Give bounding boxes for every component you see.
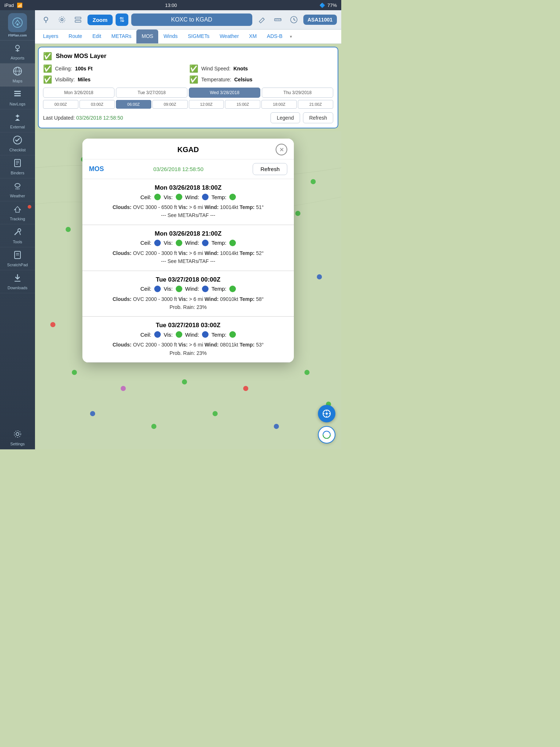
blue-dot bbox=[202, 194, 209, 200]
profile-button[interactable]: ASA11001 bbox=[303, 15, 337, 25]
location-button[interactable] bbox=[39, 13, 52, 26]
visibility-label: Visibility: bbox=[55, 77, 75, 82]
tab-metars[interactable]: METARs bbox=[106, 30, 137, 43]
ruler-button[interactable] bbox=[271, 13, 284, 26]
kgad-modal: KGAD ✕ MOS 03/26/2018 12:58:50 Refresh M… bbox=[82, 139, 294, 363]
blue-dot bbox=[154, 331, 161, 338]
tab-xm[interactable]: XM bbox=[244, 30, 262, 43]
ceiling-checkbox[interactable]: ✅ bbox=[43, 64, 52, 73]
visibility-value: Miles bbox=[78, 77, 90, 82]
tab-mos[interactable]: MOS bbox=[136, 30, 158, 43]
edit-pencil-button[interactable] bbox=[255, 13, 268, 26]
legend-button[interactable]: Legend bbox=[271, 112, 300, 123]
date-tab-3[interactable]: Thu 3/29/2018 bbox=[262, 88, 333, 98]
mos-options: ✅ Ceiling: 100s Ft ✅ Wind Speed: Knots ✅… bbox=[43, 64, 333, 84]
modal-subheader: MOS 03/26/2018 12:58:50 Refresh bbox=[82, 159, 294, 179]
time-tab-1[interactable]: 03:00Z bbox=[79, 100, 115, 109]
time-tab-4[interactable]: 12:00Z bbox=[189, 100, 224, 109]
green-dot bbox=[229, 194, 236, 200]
visibility-checkbox[interactable]: ✅ bbox=[43, 75, 52, 84]
nav-arrow-down: ▼ bbox=[288, 35, 294, 39]
zoom-button[interactable]: Zoom bbox=[88, 15, 113, 25]
forecast-header: Tue 03/27/2018 00:00Z bbox=[89, 276, 287, 283]
tab-layers[interactable]: Layers bbox=[38, 30, 63, 43]
navlogs-label: NavLogs bbox=[9, 102, 25, 106]
date-tab-1[interactable]: Tue 3/27/2018 bbox=[116, 88, 187, 98]
sidebar-item-downloads[interactable]: Downloads bbox=[0, 270, 35, 293]
tab-sigmets[interactable]: SIGMETs bbox=[183, 30, 214, 43]
sidebar-item-weather[interactable]: Weather bbox=[0, 178, 35, 201]
modal-refresh-button[interactable]: Refresh bbox=[253, 163, 287, 175]
svg-point-2 bbox=[16, 45, 19, 49]
footer-buttons: Legend Refresh bbox=[271, 112, 333, 123]
tab-adsb[interactable]: ADS-B bbox=[262, 30, 288, 43]
tab-edit[interactable]: Edit bbox=[87, 30, 106, 43]
last-updated-time: 03/26/2018 12:58:50 bbox=[76, 115, 123, 121]
forecast-header: Tue 03/27/2018 03:00Z bbox=[89, 322, 287, 329]
sidebar-item-checklist[interactable]: Checklist bbox=[0, 132, 35, 155]
time-tab-7[interactable]: 21:00Z bbox=[298, 100, 333, 109]
logo-icon bbox=[8, 13, 27, 32]
modal-close-button[interactable]: ✕ bbox=[276, 144, 287, 155]
weather-label: Weather bbox=[10, 194, 25, 198]
tracking-label: Tracking bbox=[10, 217, 25, 221]
sidebar-item-navlogs[interactable]: NavLogs bbox=[0, 86, 35, 109]
mos-header: ✅ Show MOS Layer bbox=[43, 52, 333, 61]
wifi-icon: 📶 bbox=[17, 3, 23, 8]
time-tab-3[interactable]: 09:00Z bbox=[152, 100, 188, 109]
time-tab-0[interactable]: 00:00Z bbox=[43, 100, 78, 109]
tab-winds[interactable]: Winds bbox=[158, 30, 183, 43]
svg-rect-14 bbox=[15, 159, 20, 167]
sidebar-item-scratchpad[interactable]: ScratchPad bbox=[0, 247, 35, 270]
modal-mos-time: 03/26/2018 12:58:50 bbox=[153, 166, 203, 172]
time-tab-2[interactable]: 06:00Z bbox=[116, 100, 151, 109]
sidebar-item-settings[interactable]: Settings bbox=[0, 426, 35, 449]
clock-button[interactable] bbox=[287, 13, 300, 26]
sidebar-item-maps[interactable]: Maps bbox=[0, 63, 35, 86]
svg-point-34 bbox=[59, 17, 65, 23]
mos-option-temperature: ✅ Temperature: Celsius bbox=[189, 75, 333, 84]
date-tab-2[interactable]: Wed 3/28/2018 bbox=[189, 88, 260, 98]
sidebar-item-tracking[interactable]: Tracking bbox=[0, 201, 35, 224]
mos-option-windspeed: ✅ Wind Speed: Knots bbox=[189, 64, 333, 73]
layers-button[interactable] bbox=[71, 13, 85, 26]
temperature-value: Celsius bbox=[234, 77, 252, 82]
forecast-indicators: Ceil:Vis:Wind:Temp: bbox=[89, 240, 287, 246]
status-right: 🔷 77% bbox=[319, 3, 337, 8]
sidebar-item-external[interactable]: External bbox=[0, 109, 35, 132]
main-content: Zoom ⇅ ASA11001 bbox=[35, 10, 341, 449]
sidebar-item-tools[interactable]: Tools bbox=[0, 224, 35, 247]
blue-dot bbox=[202, 331, 209, 338]
sort-button[interactable]: ⇅ bbox=[116, 13, 128, 26]
green-dot bbox=[176, 194, 182, 200]
sidebar-item-binders[interactable]: Binders bbox=[0, 155, 35, 178]
sidebar-item-airports[interactable]: Airports bbox=[0, 40, 35, 63]
svg-rect-12 bbox=[15, 120, 20, 121]
modal-overlay: KGAD ✕ MOS 03/26/2018 12:58:50 Refresh M… bbox=[35, 131, 341, 449]
settings-label: Settings bbox=[10, 442, 25, 446]
indicator-label: Temp: bbox=[211, 332, 226, 338]
mos-title: Show MOS Layer bbox=[56, 53, 106, 60]
windspeed-checkbox[interactable]: ✅ bbox=[189, 64, 198, 73]
mos-checkbox[interactable]: ✅ bbox=[43, 52, 52, 61]
date-tab-0[interactable]: Mon 3/26/2018 bbox=[43, 88, 114, 98]
forecast-item: Mon 03/26/2018 21:00ZCeil:Vis:Wind:Temp:… bbox=[82, 225, 294, 271]
time-tab-5[interactable]: 15:00Z bbox=[225, 100, 260, 109]
route-input[interactable] bbox=[131, 13, 252, 26]
settings-gear-button[interactable] bbox=[55, 13, 69, 26]
bluetooth-icon: 🔷 bbox=[319, 3, 325, 8]
last-updated: Last Updated: 03/26/2018 12:58:50 bbox=[43, 115, 123, 121]
indicator-label: Wind: bbox=[185, 332, 199, 338]
time-tab-6[interactable]: 18:00Z bbox=[261, 100, 297, 109]
sidebar-logo: FltPlan.com bbox=[0, 10, 35, 40]
maps-label: Maps bbox=[13, 79, 23, 83]
tab-weather[interactable]: Weather bbox=[214, 30, 244, 43]
mos-refresh-button[interactable]: Refresh bbox=[303, 112, 333, 123]
mos-footer: Last Updated: 03/26/2018 12:58:50 Legend… bbox=[43, 112, 333, 123]
tools-icon bbox=[13, 227, 22, 239]
battery-label: 77% bbox=[327, 3, 337, 8]
indicator-label: Temp: bbox=[211, 286, 226, 292]
tab-route[interactable]: Route bbox=[63, 30, 87, 43]
indicator-label: Wind: bbox=[185, 194, 199, 200]
temperature-checkbox[interactable]: ✅ bbox=[189, 75, 198, 84]
